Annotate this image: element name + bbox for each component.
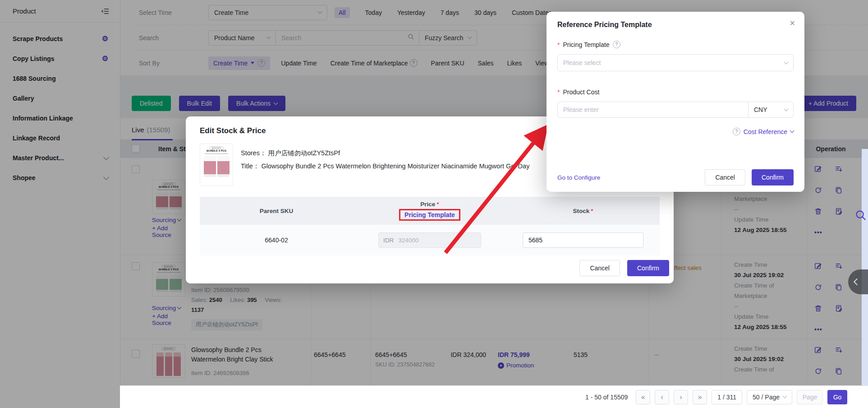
right-edge-strip	[862, 149, 868, 386]
modal-title: Reference Pricing Template	[557, 21, 794, 29]
stores-value: 用户店铺勿动otZY5ZtsPf	[268, 149, 340, 157]
chevron-down-icon	[790, 129, 795, 133]
close-icon[interactable]	[790, 19, 795, 28]
chevron-down-icon	[784, 60, 789, 64]
title-label: Title：	[241, 162, 259, 170]
cancel-button[interactable]: Cancel	[705, 169, 745, 185]
product-image: glowsophy BUNDLE 2 PCS	[200, 144, 233, 186]
parent-sku-header: Parent SKU	[260, 208, 293, 214]
pricing-template-placeholder: Please select	[563, 59, 601, 66]
pricing-template-label: Pricing Template	[563, 41, 609, 48]
product-cost-group: CNY	[557, 102, 794, 118]
pagination-total: 1 - 50 of 15509	[585, 394, 628, 401]
required-asterisk: *	[557, 88, 560, 96]
edit-table-row: 6640-02 IDR 324000	[200, 225, 660, 255]
floating-search-icon[interactable]	[855, 209, 867, 223]
price-value: 324000	[398, 237, 418, 244]
screen: Product Scrape Products ⚙ Copy Listings …	[0, 0, 868, 408]
reference-pricing-template-modal: Reference Pricing Template * Pricing Tem…	[547, 12, 804, 192]
product-cost-label: Product Cost	[563, 88, 599, 96]
last-page-button[interactable]: »	[693, 390, 707, 404]
required-asterisk: *	[436, 201, 439, 208]
chevron-left-icon	[854, 278, 861, 286]
confirm-button[interactable]: Confirm	[627, 260, 669, 276]
prev-page-button[interactable]: ‹	[655, 390, 669, 404]
go-to-configure-link[interactable]: Go to Configure	[557, 174, 600, 181]
confirm-button[interactable]: Confirm	[752, 169, 794, 185]
currency-value: CNY	[754, 106, 767, 113]
pricing-template-label-row: * Pricing Template	[557, 41, 794, 48]
page-size-value: 50 / Page	[753, 394, 780, 401]
required-asterisk: *	[557, 41, 560, 48]
help-icon[interactable]	[613, 41, 620, 48]
cost-reference-link[interactable]: Cost Reference	[557, 128, 794, 135]
cancel-button[interactable]: Cancel	[579, 260, 620, 276]
stock-header-label: Stock	[573, 208, 589, 214]
pricing-template-link[interactable]: Pricing Template	[404, 211, 455, 218]
pricing-template-select[interactable]: Please select	[557, 54, 794, 71]
go-button[interactable]: Go	[827, 390, 847, 404]
product-cost-label-row: * Product Cost	[557, 88, 794, 96]
price-header: Price* Pricing Template	[399, 201, 460, 221]
help-icon	[733, 128, 740, 135]
parent-sku-value: 6640-02	[265, 236, 288, 244]
brand-pill: glowsophy	[209, 146, 223, 149]
stock-header: Stock*	[573, 208, 593, 214]
currency-prefix: IDR	[383, 237, 394, 244]
edit-table: Parent SKU Price* Pricing Template Stock…	[200, 197, 660, 255]
pagination-bar: 1 - 50 of 15509 « ‹ › » 1 / 311 50 / Pag…	[120, 385, 868, 408]
chevron-down-icon	[783, 394, 787, 399]
edit-table-header: Parent SKU Price* Pricing Template Stock…	[200, 197, 660, 225]
price-input-disabled: IDR 324000	[378, 232, 481, 248]
stock-input[interactable]	[523, 232, 643, 248]
title-value: Glowsophy Bundle 2 Pcs Watermelon Bright…	[261, 162, 529, 170]
stores-line: Stores： 用户店铺勿动otZY5ZtsPf	[241, 149, 529, 158]
chevron-down-icon	[784, 107, 789, 111]
product-cost-input[interactable]	[557, 102, 749, 118]
cost-reference-label: Cost Reference	[744, 128, 787, 135]
stores-label: Stores：	[241, 149, 266, 157]
first-page-button[interactable]: «	[636, 390, 650, 404]
page-indicator: 1 / 311	[712, 390, 742, 404]
currency-select[interactable]: CNY	[749, 102, 794, 118]
page-size-select[interactable]: 50 / Page	[747, 390, 792, 404]
next-page-button[interactable]: ›	[674, 390, 688, 404]
price-header-label: Price	[420, 201, 435, 208]
required-asterisk: *	[591, 208, 593, 214]
pricing-template-highlight-box: Pricing Template	[399, 209, 460, 221]
thumb-subline	[205, 153, 228, 154]
title-line: Title： Glowsophy Bundle 2 Pcs Watermelon…	[241, 162, 529, 171]
thumb-caption: BUNDLE 2 PCS	[207, 149, 226, 152]
page-jump-input[interactable]: Page	[797, 390, 823, 404]
